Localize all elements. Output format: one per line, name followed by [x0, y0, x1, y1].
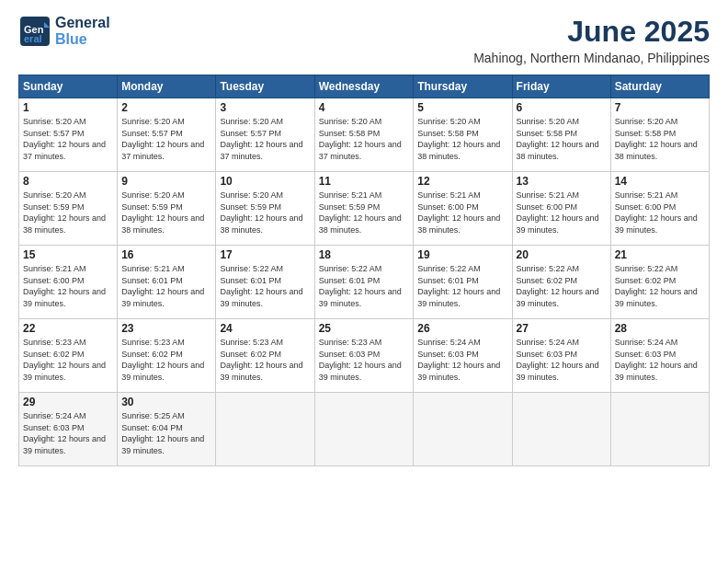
day-cell — [610, 393, 709, 466]
day-info: Sunrise: 5:23 AMSunset: 6:03 PMDaylight:… — [319, 337, 410, 383]
day-info: Sunrise: 5:20 AMSunset: 5:58 PMDaylight:… — [615, 116, 705, 162]
day-number: 27 — [517, 322, 607, 335]
day-cell: 13Sunrise: 5:21 AMSunset: 6:00 PMDayligh… — [512, 172, 610, 246]
day-number: 26 — [417, 322, 507, 335]
day-number: 15 — [23, 248, 113, 261]
day-number: 9 — [121, 175, 211, 188]
header-thursday: Thursday — [414, 75, 512, 98]
day-cell: 15Sunrise: 5:21 AMSunset: 6:00 PMDayligh… — [19, 246, 118, 319]
day-cell: 23Sunrise: 5:23 AMSunset: 6:02 PMDayligh… — [118, 319, 216, 393]
day-cell: 10Sunrise: 5:20 AMSunset: 5:59 PMDayligh… — [216, 172, 314, 246]
day-cell: 1Sunrise: 5:20 AMSunset: 5:57 PMDaylight… — [19, 98, 118, 172]
day-cell: 12Sunrise: 5:21 AMSunset: 6:00 PMDayligh… — [414, 172, 512, 246]
day-number: 30 — [121, 396, 211, 408]
day-cell: 27Sunrise: 5:24 AMSunset: 6:03 PMDayligh… — [512, 319, 610, 393]
day-info: Sunrise: 5:21 AMSunset: 6:01 PMDaylight:… — [121, 263, 211, 309]
day-info: Sunrise: 5:23 AMSunset: 6:02 PMDaylight:… — [121, 337, 211, 383]
day-info: Sunrise: 5:24 AMSunset: 6:03 PMDaylight:… — [417, 337, 507, 383]
week-row-4: 22Sunrise: 5:23 AMSunset: 6:02 PMDayligh… — [19, 319, 710, 393]
day-info: Sunrise: 5:21 AMSunset: 6:00 PMDaylight:… — [517, 190, 607, 236]
calendar-header: Sunday Monday Tuesday Wednesday Thursday… — [19, 75, 710, 98]
day-number: 20 — [517, 248, 607, 261]
day-cell: 22Sunrise: 5:23 AMSunset: 6:02 PMDayligh… — [19, 319, 118, 393]
day-cell: 30Sunrise: 5:25 AMSunset: 6:04 PMDayligh… — [118, 393, 216, 466]
calendar-table: Sunday Monday Tuesday Wednesday Thursday… — [18, 75, 710, 466]
logo-name-line2: Blue — [55, 31, 110, 48]
day-info: Sunrise: 5:20 AMSunset: 5:57 PMDaylight:… — [121, 116, 211, 162]
location-subtitle: Mahinog, Northern Mindanao, Philippines — [473, 51, 710, 65]
day-info: Sunrise: 5:21 AMSunset: 6:00 PMDaylight:… — [23, 263, 113, 309]
day-cell: 26Sunrise: 5:24 AMSunset: 6:03 PMDayligh… — [414, 319, 512, 393]
week-row-5: 29Sunrise: 5:24 AMSunset: 6:03 PMDayligh… — [19, 393, 710, 466]
header-wednesday: Wednesday — [314, 75, 414, 98]
logo-name-line1: General — [55, 15, 110, 31]
day-info: Sunrise: 5:24 AMSunset: 6:03 PMDaylight:… — [517, 337, 607, 383]
day-cell: 3Sunrise: 5:20 AMSunset: 5:57 PMDaylight… — [216, 98, 314, 172]
day-number: 21 — [615, 248, 705, 261]
day-info: Sunrise: 5:21 AMSunset: 6:00 PMDaylight:… — [615, 190, 705, 236]
day-cell — [216, 393, 314, 466]
day-cell: 2Sunrise: 5:20 AMSunset: 5:57 PMDaylight… — [118, 98, 216, 172]
day-info: Sunrise: 5:22 AMSunset: 6:02 PMDaylight:… — [615, 263, 705, 309]
day-number: 1 — [23, 101, 113, 114]
day-info: Sunrise: 5:20 AMSunset: 5:58 PMDaylight:… — [319, 116, 410, 162]
day-number: 5 — [417, 101, 507, 114]
day-cell: 19Sunrise: 5:22 AMSunset: 6:01 PMDayligh… — [414, 246, 512, 319]
week-row-3: 15Sunrise: 5:21 AMSunset: 6:00 PMDayligh… — [19, 246, 710, 319]
day-number: 12 — [417, 175, 507, 188]
day-number: 10 — [220, 175, 310, 188]
day-cell — [414, 393, 512, 466]
week-row-1: 1Sunrise: 5:20 AMSunset: 5:57 PMDaylight… — [19, 98, 710, 172]
day-cell: 7Sunrise: 5:20 AMSunset: 5:58 PMDaylight… — [610, 98, 709, 172]
day-info: Sunrise: 5:20 AMSunset: 5:57 PMDaylight:… — [23, 116, 113, 162]
header-saturday: Saturday — [610, 75, 709, 98]
day-cell: 16Sunrise: 5:21 AMSunset: 6:01 PMDayligh… — [118, 246, 216, 319]
header-tuesday: Tuesday — [216, 75, 314, 98]
day-number: 17 — [220, 248, 310, 261]
day-number: 6 — [517, 101, 607, 114]
day-number: 23 — [121, 322, 211, 335]
day-info: Sunrise: 5:22 AMSunset: 6:01 PMDaylight:… — [417, 263, 507, 309]
header-monday: Monday — [118, 75, 216, 98]
calendar-body: 1Sunrise: 5:20 AMSunset: 5:57 PMDaylight… — [19, 98, 710, 466]
day-info: Sunrise: 5:21 AMSunset: 6:00 PMDaylight:… — [417, 190, 507, 236]
day-cell: 4Sunrise: 5:20 AMSunset: 5:58 PMDaylight… — [314, 98, 414, 172]
day-number: 4 — [319, 101, 410, 114]
title-block: June 2025 Mahinog, Northern Mindanao, Ph… — [473, 15, 710, 65]
day-info: Sunrise: 5:22 AMSunset: 6:02 PMDaylight:… — [517, 263, 607, 309]
day-info: Sunrise: 5:20 AMSunset: 5:59 PMDaylight:… — [121, 190, 211, 236]
day-number: 29 — [23, 396, 113, 408]
day-number: 11 — [319, 175, 410, 188]
day-number: 22 — [23, 322, 113, 335]
weekday-header-row: Sunday Monday Tuesday Wednesday Thursday… — [19, 75, 710, 98]
day-number: 16 — [121, 248, 211, 261]
month-title: June 2025 — [473, 15, 710, 49]
day-number: 14 — [615, 175, 705, 188]
header: Gen eral General Blue June 2025 Mahinog,… — [18, 15, 710, 65]
day-number: 2 — [121, 101, 211, 114]
day-cell: 6Sunrise: 5:20 AMSunset: 5:58 PMDaylight… — [512, 98, 610, 172]
day-number: 7 — [615, 101, 705, 114]
day-info: Sunrise: 5:20 AMSunset: 5:57 PMDaylight:… — [220, 116, 310, 162]
logo: Gen eral General Blue — [18, 15, 110, 48]
day-cell — [314, 393, 414, 466]
day-number: 13 — [517, 175, 607, 188]
day-info: Sunrise: 5:21 AMSunset: 5:59 PMDaylight:… — [319, 190, 410, 236]
day-cell: 18Sunrise: 5:22 AMSunset: 6:01 PMDayligh… — [314, 246, 414, 319]
day-number: 3 — [220, 101, 310, 114]
day-info: Sunrise: 5:20 AMSunset: 5:59 PMDaylight:… — [23, 190, 113, 236]
day-cell: 5Sunrise: 5:20 AMSunset: 5:58 PMDaylight… — [414, 98, 512, 172]
day-cell: 9Sunrise: 5:20 AMSunset: 5:59 PMDaylight… — [118, 172, 216, 246]
day-info: Sunrise: 5:25 AMSunset: 6:04 PMDaylight:… — [121, 410, 211, 456]
day-cell: 17Sunrise: 5:22 AMSunset: 6:01 PMDayligh… — [216, 246, 314, 319]
header-sunday: Sunday — [19, 75, 118, 98]
day-cell: 11Sunrise: 5:21 AMSunset: 5:59 PMDayligh… — [314, 172, 414, 246]
day-info: Sunrise: 5:22 AMSunset: 6:01 PMDaylight:… — [220, 263, 310, 309]
day-info: Sunrise: 5:23 AMSunset: 6:02 PMDaylight:… — [23, 337, 113, 383]
logo-icon: Gen eral — [18, 15, 51, 48]
day-number: 28 — [615, 322, 705, 335]
day-info: Sunrise: 5:22 AMSunset: 6:01 PMDaylight:… — [319, 263, 410, 309]
day-info: Sunrise: 5:23 AMSunset: 6:02 PMDaylight:… — [220, 337, 310, 383]
day-cell: 21Sunrise: 5:22 AMSunset: 6:02 PMDayligh… — [610, 246, 709, 319]
day-cell — [512, 393, 610, 466]
